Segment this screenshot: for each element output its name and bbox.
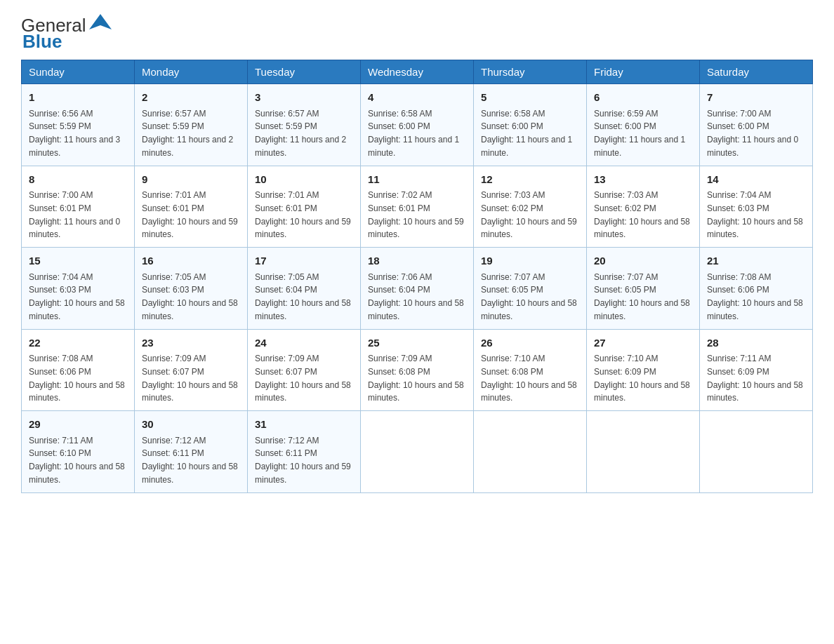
calendar-cell: 31 Sunrise: 7:12 AMSunset: 6:11 PMDaylig… [248,411,361,493]
calendar-cell: 12 Sunrise: 7:03 AMSunset: 6:02 PMDaylig… [474,166,587,248]
day-info: Sunrise: 6:59 AMSunset: 6:00 PMDaylight:… [594,109,685,158]
day-number: 25 [368,335,466,351]
day-number: 18 [368,253,466,269]
day-info: Sunrise: 6:57 AMSunset: 5:59 PMDaylight:… [255,109,346,158]
day-info: Sunrise: 7:04 AMSunset: 6:03 PMDaylight:… [707,190,803,239]
day-number: 24 [255,335,353,351]
calendar-cell: 23 Sunrise: 7:09 AMSunset: 6:07 PMDaylig… [135,329,248,411]
calendar-cell: 10 Sunrise: 7:01 AMSunset: 6:01 PMDaylig… [248,166,361,248]
calendar-cell: 2 Sunrise: 6:57 AMSunset: 5:59 PMDayligh… [135,84,248,166]
weekday-header-thursday: Thursday [474,60,587,84]
day-info: Sunrise: 7:11 AMSunset: 6:10 PMDaylight:… [29,436,125,485]
calendar-table: SundayMondayTuesdayWednesdayThursdayFrid… [21,60,813,493]
day-number: 30 [142,417,240,433]
weekday-header-friday: Friday [587,60,700,84]
calendar-cell: 19 Sunrise: 7:07 AMSunset: 6:05 PMDaylig… [474,248,587,330]
calendar-cell: 7 Sunrise: 7:00 AMSunset: 6:00 PMDayligh… [700,84,813,166]
day-number: 28 [707,335,805,351]
calendar-cell: 15 Sunrise: 7:04 AMSunset: 6:03 PMDaylig… [22,248,135,330]
logo: General Blue [21,14,113,53]
calendar-week-row: 8 Sunrise: 7:00 AMSunset: 6:01 PMDayligh… [22,166,813,248]
day-info: Sunrise: 7:12 AMSunset: 6:11 PMDaylight:… [255,436,351,485]
day-number: 23 [142,335,240,351]
day-info: Sunrise: 7:00 AMSunset: 6:01 PMDaylight:… [29,190,120,239]
calendar-cell: 3 Sunrise: 6:57 AMSunset: 5:59 PMDayligh… [248,84,361,166]
day-number: 31 [255,417,353,433]
day-info: Sunrise: 7:01 AMSunset: 6:01 PMDaylight:… [255,190,351,239]
page-header: General Blue [21,14,813,53]
day-info: Sunrise: 7:08 AMSunset: 6:06 PMDaylight:… [707,272,803,321]
day-number: 11 [368,172,466,188]
calendar-week-row: 15 Sunrise: 7:04 AMSunset: 6:03 PMDaylig… [22,248,813,330]
day-info: Sunrise: 7:06 AMSunset: 6:04 PMDaylight:… [368,272,464,321]
day-number: 12 [481,172,579,188]
weekday-header-tuesday: Tuesday [248,60,361,84]
calendar-cell: 6 Sunrise: 6:59 AMSunset: 6:00 PMDayligh… [587,84,700,166]
weekday-header-monday: Monday [135,60,248,84]
day-info: Sunrise: 6:57 AMSunset: 5:59 PMDaylight:… [142,109,233,158]
calendar-cell: 28 Sunrise: 7:11 AMSunset: 6:09 PMDaylig… [700,329,813,411]
day-info: Sunrise: 7:01 AMSunset: 6:01 PMDaylight:… [142,190,238,239]
day-info: Sunrise: 7:09 AMSunset: 6:07 PMDaylight:… [255,354,351,403]
day-number: 10 [255,172,353,188]
calendar-cell: 17 Sunrise: 7:05 AMSunset: 6:04 PMDaylig… [248,248,361,330]
day-number: 5 [481,90,579,106]
svg-marker-0 [89,14,112,29]
calendar-cell: 13 Sunrise: 7:03 AMSunset: 6:02 PMDaylig… [587,166,700,248]
calendar-week-row: 22 Sunrise: 7:08 AMSunset: 6:06 PMDaylig… [22,329,813,411]
calendar-week-row: 1 Sunrise: 6:56 AMSunset: 5:59 PMDayligh… [22,84,813,166]
calendar-cell: 8 Sunrise: 7:00 AMSunset: 6:01 PMDayligh… [22,166,135,248]
calendar-cell [587,411,700,493]
day-info: Sunrise: 7:09 AMSunset: 6:07 PMDaylight:… [142,354,238,403]
calendar-cell: 4 Sunrise: 6:58 AMSunset: 6:00 PMDayligh… [361,84,474,166]
day-info: Sunrise: 7:09 AMSunset: 6:08 PMDaylight:… [368,354,464,403]
weekday-header-wednesday: Wednesday [361,60,474,84]
day-number: 4 [368,90,466,106]
day-number: 14 [707,172,805,188]
calendar-cell [474,411,587,493]
logo-blue: Blue [22,31,62,53]
weekday-header-row: SundayMondayTuesdayWednesdayThursdayFrid… [22,60,813,84]
day-info: Sunrise: 7:07 AMSunset: 6:05 PMDaylight:… [481,272,577,321]
day-info: Sunrise: 7:05 AMSunset: 6:03 PMDaylight:… [142,272,238,321]
day-info: Sunrise: 7:03 AMSunset: 6:02 PMDaylight:… [481,190,577,239]
calendar-cell: 29 Sunrise: 7:11 AMSunset: 6:10 PMDaylig… [22,411,135,493]
day-info: Sunrise: 7:02 AMSunset: 6:01 PMDaylight:… [368,190,464,239]
calendar-cell: 24 Sunrise: 7:09 AMSunset: 6:07 PMDaylig… [248,329,361,411]
calendar-cell: 25 Sunrise: 7:09 AMSunset: 6:08 PMDaylig… [361,329,474,411]
day-info: Sunrise: 7:10 AMSunset: 6:08 PMDaylight:… [481,354,577,403]
day-info: Sunrise: 7:07 AMSunset: 6:05 PMDaylight:… [594,272,690,321]
calendar-cell: 26 Sunrise: 7:10 AMSunset: 6:08 PMDaylig… [474,329,587,411]
day-number: 22 [29,335,127,351]
calendar-cell: 16 Sunrise: 7:05 AMSunset: 6:03 PMDaylig… [135,248,248,330]
day-number: 15 [29,253,127,269]
day-number: 17 [255,253,353,269]
calendar-cell: 18 Sunrise: 7:06 AMSunset: 6:04 PMDaylig… [361,248,474,330]
calendar-cell [700,411,813,493]
day-info: Sunrise: 7:00 AMSunset: 6:00 PMDaylight:… [707,109,798,158]
day-info: Sunrise: 7:12 AMSunset: 6:11 PMDaylight:… [142,436,238,485]
day-number: 3 [255,90,353,106]
day-number: 7 [707,90,805,106]
day-info: Sunrise: 7:11 AMSunset: 6:09 PMDaylight:… [707,354,803,403]
calendar-cell: 22 Sunrise: 7:08 AMSunset: 6:06 PMDaylig… [22,329,135,411]
calendar-cell: 9 Sunrise: 7:01 AMSunset: 6:01 PMDayligh… [135,166,248,248]
day-number: 27 [594,335,692,351]
day-number: 26 [481,335,579,351]
calendar-cell: 11 Sunrise: 7:02 AMSunset: 6:01 PMDaylig… [361,166,474,248]
day-info: Sunrise: 6:56 AMSunset: 5:59 PMDaylight:… [29,109,120,158]
day-number: 19 [481,253,579,269]
logo-icon [88,11,113,36]
calendar-cell: 5 Sunrise: 6:58 AMSunset: 6:00 PMDayligh… [474,84,587,166]
day-number: 29 [29,417,127,433]
weekday-header-sunday: Sunday [22,60,135,84]
day-info: Sunrise: 6:58 AMSunset: 6:00 PMDaylight:… [481,109,572,158]
calendar-week-row: 29 Sunrise: 7:11 AMSunset: 6:10 PMDaylig… [22,411,813,493]
day-number: 6 [594,90,692,106]
calendar-cell: 20 Sunrise: 7:07 AMSunset: 6:05 PMDaylig… [587,248,700,330]
day-number: 2 [142,90,240,106]
day-info: Sunrise: 7:10 AMSunset: 6:09 PMDaylight:… [594,354,690,403]
day-info: Sunrise: 6:58 AMSunset: 6:00 PMDaylight:… [368,109,459,158]
day-number: 1 [29,90,127,106]
calendar-cell: 27 Sunrise: 7:10 AMSunset: 6:09 PMDaylig… [587,329,700,411]
